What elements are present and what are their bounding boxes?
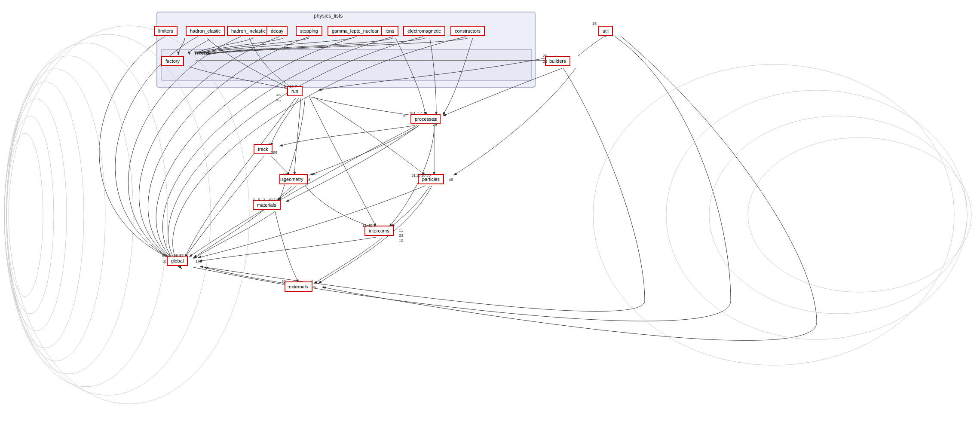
decorative-ellipse-1 [593, 64, 954, 365]
edge-label-4a: 4 [425, 111, 427, 115]
edge-label-40: 40 [312, 172, 316, 176]
edge-label-45: 45 [276, 98, 281, 102]
edge-label-5: 5 [258, 198, 260, 202]
decorative-ellipse-10 [6, 82, 84, 348]
edge-label-5b: 5 [288, 285, 290, 289]
edge-label-10b: 10 [268, 198, 273, 202]
edge-label-15: 15 [592, 21, 597, 26]
edge-label-4b: 4 [308, 177, 310, 182]
decorative-ellipse-4 [748, 138, 971, 292]
edge-label-31: 31 [411, 173, 416, 177]
decorative-ellipse-9 [6, 69, 105, 361]
edge-label-36: 36 [312, 285, 316, 289]
decorative-ellipse-12 [6, 116, 54, 314]
edge-label-40b: 40 [368, 223, 372, 228]
edge-label-7: 7 [295, 84, 297, 89]
edge-label-81: 81 [403, 114, 407, 118]
node-gamma-lepto-nuclear[interactable]: gamma_lepto_nuclear [328, 26, 383, 36]
node-constructors[interactable]: constructors [450, 26, 485, 36]
node-factory[interactable]: factory [161, 56, 184, 66]
edge-label-4d: 4 [322, 285, 325, 289]
edge-label-161: 161 [409, 111, 416, 115]
node-hadron-inelastic[interactable]: hadron_inelastic [227, 26, 270, 36]
edge-label-10d: 10 [162, 259, 166, 263]
node-electromagnetic[interactable]: electromagnetic [403, 26, 445, 36]
edge-label-1: 1 [268, 142, 270, 146]
edge-label-55: 55 [162, 254, 166, 258]
decorative-ellipse-7 [4, 43, 168, 387]
edge-label-16: 16 [293, 285, 297, 289]
edge-label-3: 3 [253, 198, 255, 202]
node-materials[interactable]: materials [253, 200, 281, 210]
decorative-ellipse-13 [7, 133, 43, 296]
edge-label-32: 32 [282, 279, 286, 284]
decorative-ellipse-2 [666, 90, 967, 339]
node-hadron-elastic[interactable]: hadron_elastic [186, 26, 225, 36]
edge-label-15b: 15 [416, 173, 420, 177]
edge-label-1b: 1 [298, 285, 300, 289]
edge-label-9: 9 [284, 84, 286, 89]
edge-label-18: 18 [289, 84, 294, 89]
cluster-label-physics-lists: physics_lists [314, 13, 343, 19]
edge-label-17: 17 [418, 111, 422, 115]
decorative-ellipse-6 [4, 34, 211, 395]
edge-label-28: 28 [433, 122, 437, 127]
edge-label-95: 95 [174, 254, 178, 258]
edge-label-10c: 10 [399, 238, 403, 243]
edge-label-48: 48 [279, 177, 284, 182]
edge-label-35: 35 [426, 173, 431, 177]
cluster-inner [161, 49, 532, 80]
edge-label-4c: 4 [311, 279, 313, 284]
edge-label-11: 11 [362, 223, 367, 228]
edge-label-19: 19 [433, 117, 437, 122]
edge-label-2: 2 [263, 198, 265, 202]
edge-label-57: 57 [179, 254, 184, 258]
edge-label-23b: 23 [399, 233, 403, 238]
node-stopping[interactable]: stopping [296, 26, 322, 36]
edge-label-369: 369 [271, 150, 277, 155]
node-limiters[interactable]: limiters [154, 26, 178, 36]
edge-label-3c: 3 [168, 254, 170, 258]
edge-label-23a: 23 [543, 59, 547, 64]
node-ions[interactable]: ions [381, 26, 398, 36]
edge-label-18b: 18 [421, 173, 426, 177]
edge-label-3b: 3 [374, 223, 376, 228]
graph-svg [0, 0, 980, 434]
edge-label-46a: 46 [276, 93, 281, 97]
graph-container: physics_lists limiters hadron_elastic ha… [0, 0, 980, 434]
edge-label-46b: 46 [449, 177, 453, 182]
edge-label-20: 20 [543, 54, 547, 58]
node-decay[interactable]: decay [266, 26, 288, 36]
edge-label-7b: 7 [273, 198, 276, 202]
node-builders[interactable]: builders [545, 56, 570, 66]
edge-label-10: 10 [283, 172, 287, 176]
edge-label-11b: 11 [399, 228, 403, 232]
edge-label-168: 168 [196, 259, 202, 263]
node-util[interactable]: util [598, 26, 613, 36]
